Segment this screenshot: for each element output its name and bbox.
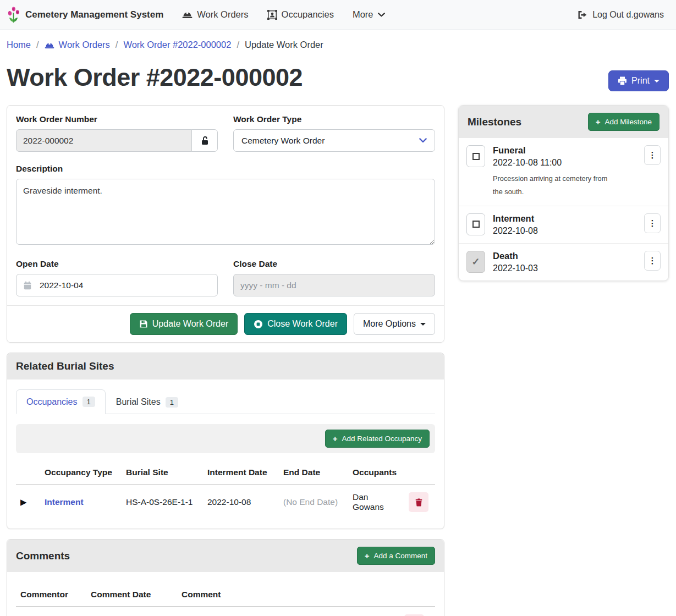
milestones-header: Milestones + Add Milestone <box>459 106 668 138</box>
occupancy-type-link[interactable]: Interment <box>45 497 84 507</box>
calendar-icon <box>24 281 31 290</box>
breadcrumb-separator: / <box>36 40 39 50</box>
milestone-menu-button[interactable]: ⋮ <box>644 213 661 233</box>
nav-item-more[interactable]: More <box>353 9 385 20</box>
milestone-checkbox-checked[interactable]: ✓ <box>466 251 485 273</box>
column-header: Occupants <box>348 461 404 485</box>
milestone-item: Interment 2022-10-08 ⋮ <box>459 206 668 243</box>
content-layout: Work Order Number <box>0 105 676 616</box>
unlock-number-button[interactable] <box>191 129 218 152</box>
milestone-checkbox[interactable] <box>466 145 485 167</box>
milestone-body: Funeral 2022-10-08 11:00 Procession arri… <box>493 145 636 198</box>
brand[interactable]: Cemetery Management System <box>7 6 163 24</box>
open-date-input[interactable] <box>16 274 218 296</box>
comments-header: Comments + Add a Comment <box>7 540 444 572</box>
save-icon <box>139 320 148 328</box>
column-header: Comment Date <box>86 583 177 607</box>
add-comment-button[interactable]: + Add a Comment <box>357 547 435 565</box>
work-order-type-select[interactable]: Cemetery Work Order <box>233 129 435 152</box>
occupancy-table-row: ▶ Interment HS-A-0S-26E-1-1 2022-10-08 (… <box>16 485 435 520</box>
kebab-icon: ⋮ <box>648 218 657 228</box>
close-work-order-button[interactable]: Close Work Order <box>244 313 347 335</box>
page-header: Work Order #2022-000002 Print <box>0 58 676 93</box>
breadcrumb-separator: / <box>116 40 118 50</box>
close-date-label: Close Date <box>233 259 435 269</box>
comments-title: Comments <box>16 550 70 562</box>
milestone-menu-button[interactable]: ⋮ <box>644 251 661 271</box>
close-work-order-label: Close Work Order <box>267 319 338 329</box>
nav-item-label: Occupancies <box>282 9 334 20</box>
expand-row-icon[interactable]: ▶ <box>20 497 27 507</box>
close-date-input[interactable] <box>233 274 435 296</box>
milestones-title: Milestones <box>468 116 521 128</box>
milestone-body: Death 2022-10-03 <box>493 251 636 273</box>
tulip-logo-icon <box>7 6 21 24</box>
milestones-card: Milestones + Add Milestone Funeral 2022-… <box>458 105 669 280</box>
more-options-button[interactable]: More Options <box>354 313 435 335</box>
work-order-type-field-group: Work Order Type Cemetery Work Order <box>233 114 435 152</box>
breadcrumb-work-orders[interactable]: Work Orders <box>45 40 110 50</box>
logout-button[interactable]: Log Out d.gowans <box>578 10 664 20</box>
unlock-icon <box>201 136 209 145</box>
breadcrumb-home[interactable]: Home <box>7 40 31 50</box>
nav-item-work-orders[interactable]: Work Orders <box>182 9 248 20</box>
occupancies-table: Occupancy Type Burial Site Interment Dat… <box>16 461 435 520</box>
milestone-date: 2022-10-03 <box>493 263 636 273</box>
work-order-form-footer: Update Work Order Close Work Order More … <box>7 305 444 342</box>
hard-hat-icon <box>182 10 193 19</box>
breadcrumb: Home / Work Orders / Work Order #2022-00… <box>0 30 676 58</box>
logout-label: Log Out d.gowans <box>592 10 664 20</box>
add-milestone-button[interactable]: + Add Milestone <box>588 113 659 131</box>
expand-column-header <box>16 461 40 485</box>
interment-date-cell: 2022-10-08 <box>203 485 279 520</box>
comments-body: Commentor Comment Date Comment d.gowans … <box>7 572 444 616</box>
end-date-cell: (No End Date) <box>279 485 348 520</box>
chevron-down-icon <box>378 13 385 17</box>
milestone-menu-button[interactable]: ⋮ <box>644 145 661 165</box>
plus-icon: + <box>596 118 601 126</box>
nav-item-label: Work Orders <box>197 9 248 20</box>
milestone-item: ✓ Death 2022-10-03 ⋮ <box>459 243 668 280</box>
checkbox-square-icon <box>472 221 480 228</box>
delete-occupancy-button[interactable] <box>409 492 428 512</box>
milestone-date: 2022-10-08 <box>493 226 636 236</box>
column-header: Interment Date <box>203 461 279 485</box>
tab-label: Occupancies <box>26 397 78 407</box>
column-header: Burial Site <box>122 461 203 485</box>
description-field-group: Description Graveside interment. <box>16 164 435 247</box>
work-order-type-value: Cemetery Work Order <box>241 136 325 146</box>
tab-occupancies[interactable]: Occupancies 1 <box>16 389 106 414</box>
person-in-frame-icon <box>267 10 277 20</box>
print-button[interactable]: Print <box>608 70 669 91</box>
add-related-occupancy-button[interactable]: + Add Related Occupancy <box>325 430 430 448</box>
kebab-icon: ⋮ <box>648 150 657 160</box>
page-title: Work Order #2022-000002 <box>7 62 303 93</box>
actions-column-header <box>404 461 435 485</box>
milestone-title: Death <box>493 251 636 261</box>
milestone-description: Procession arriving at cemetery from the… <box>493 172 617 198</box>
hard-hat-icon <box>45 41 54 49</box>
commentor-cell: d.gowans <box>16 607 86 616</box>
milestone-body: Interment 2022-10-08 <box>493 213 636 236</box>
add-milestone-label: Add Milestone <box>604 118 652 126</box>
tab-label: Burial Sites <box>116 397 161 407</box>
plus-icon: + <box>365 552 370 560</box>
breadcrumb-label: Work Orders <box>59 40 110 50</box>
tab-burial-sites[interactable]: Burial Sites 1 <box>106 389 189 414</box>
milestone-checkbox[interactable] <box>466 213 485 235</box>
stop-circle-icon <box>254 320 263 329</box>
work-order-form-card: Work Order Number <box>7 105 444 343</box>
related-burial-sites-body: Occupancies 1 Burial Sites 1 + Add Relat… <box>7 380 444 529</box>
nav-item-occupancies[interactable]: Occupancies <box>267 9 334 20</box>
breadcrumb-work-order-number[interactable]: Work Order #2022-000002 <box>123 40 231 50</box>
kebab-icon: ⋮ <box>648 256 657 266</box>
work-order-number-input[interactable] <box>16 129 192 152</box>
breadcrumb-separator: / <box>237 40 239 50</box>
comments-table: Commentor Comment Date Comment d.gowans … <box>16 583 435 616</box>
close-date-field-group: Close Date <box>233 259 435 296</box>
column-header: Occupancy Type <box>40 461 122 485</box>
update-work-order-button[interactable]: Update Work Order <box>130 313 238 335</box>
milestone-date: 2022-10-08 11:00 <box>493 158 636 168</box>
more-options-label: More Options <box>363 319 416 329</box>
description-textarea[interactable]: Graveside interment. <box>16 179 435 245</box>
